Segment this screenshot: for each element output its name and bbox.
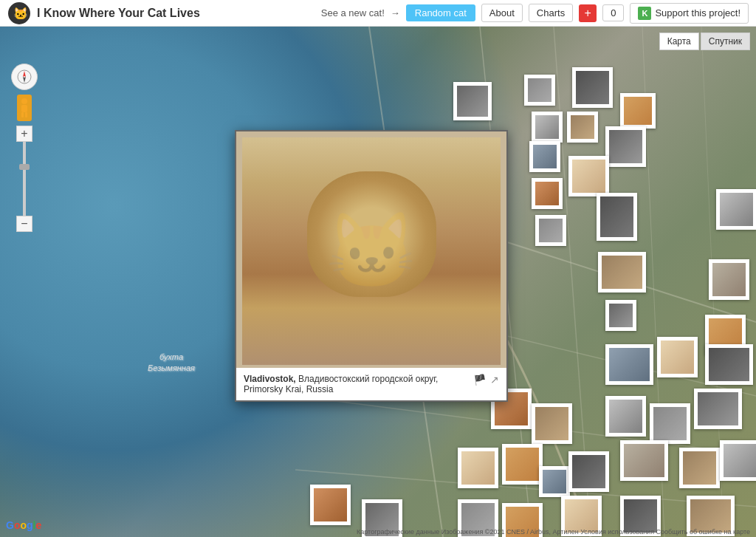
- cat-thumbnail[interactable]: [572, 67, 613, 108]
- popup-actions: 🏴 ↗: [473, 374, 499, 386]
- cat-thumbnail[interactable]: [705, 344, 753, 385]
- cat-face-sim: [242, 137, 501, 365]
- popup-location: Vladivostok, Владивостокский городской о…: [244, 374, 473, 394]
- support-label: Support this project!: [655, 7, 740, 18]
- compass-icon: [17, 69, 32, 84]
- cat-thumbnail[interactable]: [568, 156, 609, 196]
- map-type-carta-button[interactable]: Карта: [659, 33, 699, 50]
- cat-main-image: [242, 137, 501, 365]
- header: 🐱 I Know Where Your Cat Lives See a new …: [0, 0, 756, 27]
- svg-rect-17: [25, 112, 27, 117]
- cat-thumbnail[interactable]: [532, 178, 563, 209]
- zoom-controls: + −: [11, 64, 38, 232]
- cat-thumbnail[interactable]: [532, 403, 572, 444]
- cat-thumbnail[interactable]: [568, 451, 609, 492]
- cat-thumbnail[interactable]: [650, 403, 690, 444]
- zoom-out-button[interactable]: −: [16, 216, 32, 232]
- header-center: See a new cat! → Random cat About Charts…: [321, 3, 749, 24]
- svg-point-14: [21, 98, 27, 104]
- see-new-cat-text: See a new cat!: [321, 7, 385, 18]
- zoom-thumb[interactable]: [19, 164, 30, 170]
- cat-thumbnail[interactable]: [709, 259, 749, 300]
- flag-button[interactable]: 🏴: [473, 374, 486, 386]
- cat-thumbnail[interactable]: [620, 93, 656, 129]
- share-button[interactable]: ↗: [490, 374, 499, 386]
- add-button[interactable]: +: [579, 4, 597, 22]
- cat-thumbnail[interactable]: [529, 141, 560, 172]
- cat-thumbnail[interactable]: [453, 82, 492, 120]
- k-icon: K: [638, 7, 651, 20]
- cat-thumbnail[interactable]: [598, 252, 646, 293]
- map-type-buttons: Карта Спутник: [659, 33, 750, 50]
- zoom-track[interactable]: [23, 142, 26, 216]
- cat-thumbnail[interactable]: [539, 466, 570, 497]
- cat-thumbnail[interactable]: [679, 448, 720, 488]
- cat-logo-icon: 🐱: [7, 1, 31, 25]
- random-cat-button[interactable]: Random cat: [406, 4, 475, 21]
- cat-thumbnail[interactable]: [524, 75, 555, 106]
- popup-image-area: [236, 131, 506, 368]
- cat-thumbnail[interactable]: [535, 215, 566, 246]
- arrow-icon: →: [391, 7, 400, 18]
- cat-detail-popup: × Vladivostok, Владивостокский городской…: [235, 130, 508, 402]
- google-logo: Google: [6, 519, 41, 531]
- site-title: I Know Where Your Cat Lives: [37, 7, 200, 20]
- pegman-icon: [18, 98, 30, 118]
- cat-thumbnail[interactable]: [605, 396, 646, 437]
- map[interactable]: Карта Спутник + − бух: [0, 27, 756, 537]
- cat-thumbnail[interactable]: [597, 193, 637, 241]
- cat-thumbnail[interactable]: [567, 112, 598, 143]
- cat-thumbnail[interactable]: [620, 440, 668, 481]
- cat-thumbnail[interactable]: [605, 344, 653, 385]
- cat-thumbnail[interactable]: [310, 485, 351, 525]
- about-button[interactable]: About: [481, 4, 523, 22]
- svg-rect-16: [21, 112, 24, 117]
- cat-thumbnail[interactable]: [605, 300, 636, 331]
- street-view-icon[interactable]: [17, 95, 32, 121]
- map-attribution: Картографические данные Изображения ©202…: [357, 528, 750, 536]
- zoom-slider[interactable]: + −: [16, 126, 32, 232]
- cat-thumbnail[interactable]: [720, 440, 756, 481]
- compass-control[interactable]: [11, 64, 38, 90]
- popup-info: Vladivostok, Владивостокский городской о…: [236, 368, 506, 400]
- cat-thumbnail[interactable]: [657, 337, 698, 377]
- count-badge: 0: [602, 4, 624, 21]
- support-button[interactable]: K Support this project!: [630, 3, 749, 24]
- svg-rect-15: [21, 105, 27, 112]
- charts-button[interactable]: Charts: [529, 4, 573, 22]
- popup-city: Vladivostok,: [244, 374, 296, 384]
- cat-thumbnail[interactable]: [458, 448, 498, 488]
- cat-thumbnail[interactable]: [532, 112, 563, 143]
- cat-thumbnail[interactable]: [694, 389, 742, 429]
- cat-thumbnail[interactable]: [716, 189, 756, 230]
- cat-thumbnail[interactable]: [605, 126, 646, 167]
- cat-thumbnail[interactable]: [502, 444, 543, 485]
- logo-area: 🐱 I Know Where Your Cat Lives: [7, 1, 200, 25]
- zoom-in-button[interactable]: +: [16, 126, 32, 142]
- map-type-satellite-button[interactable]: Спутник: [701, 33, 750, 50]
- svg-text:🐱: 🐱: [13, 7, 28, 21]
